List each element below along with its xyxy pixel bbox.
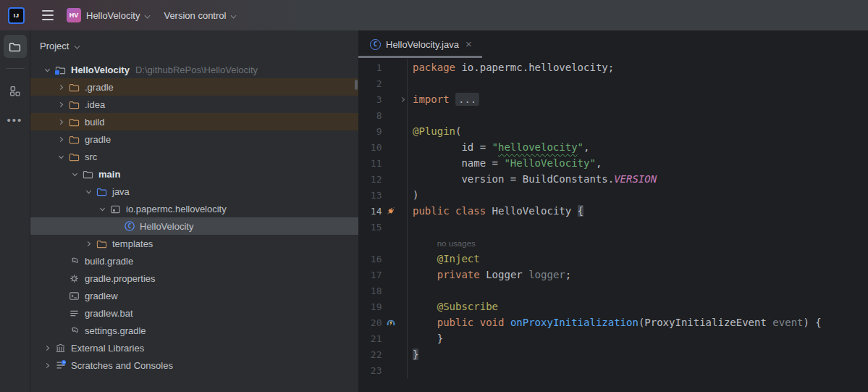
- code-line-20[interactable]: 20 public void onProxyInitialization(Pro…: [358, 314, 868, 330]
- chevron-collapsed-icon[interactable]: [41, 359, 54, 371]
- editor-gutter[interactable]: 1: [358, 59, 408, 75]
- fold-spacer: [398, 222, 407, 231]
- chevron-spacer: [54, 307, 68, 319]
- terminal-icon: [68, 290, 80, 301]
- editor-gutter[interactable]: 9: [358, 123, 408, 139]
- editor-gutter[interactable]: 21: [358, 330, 408, 346]
- code-line-19[interactable]: 19 @Subscribe: [358, 299, 868, 314]
- chevron-collapsed-icon[interactable]: [54, 116, 68, 128]
- tree-item-gradle[interactable]: .gradle: [30, 78, 358, 96]
- tree-item-io-papermc-hellovelocity[interactable]: io.papermc.hellovelocity: [30, 200, 358, 217]
- line-number: 18: [358, 285, 382, 296]
- editor-gutter[interactable]: 18: [358, 283, 408, 299]
- project-toolwindow-button[interactable]: [4, 35, 27, 58]
- vcs-widget[interactable]: Version control: [157, 7, 243, 25]
- fold-arrow-icon[interactable]: [398, 95, 407, 104]
- project-panel-title: Project: [40, 41, 69, 51]
- code-text: no usages: [408, 237, 476, 249]
- code-line-21[interactable]: 21 }: [358, 330, 868, 346]
- close-tab-icon[interactable]: ×: [464, 38, 473, 50]
- editor-gutter[interactable]: 11: [358, 155, 408, 171]
- chevron-spacer: [54, 325, 68, 336]
- tree-item-settings-gradle[interactable]: settings.gradle: [30, 322, 358, 339]
- tree-item-gradle[interactable]: gradle: [30, 130, 358, 148]
- editor-gutter[interactable]: 19: [358, 299, 408, 314]
- code-line-12[interactable]: 12 version = BuildConstants.VERSION: [358, 171, 868, 187]
- code-editor[interactable]: 1package io.papermc.hellovelocity;23impo…: [358, 58, 868, 392]
- editor-area: C HelloVelocity.java × 1package io.paper…: [358, 30, 868, 392]
- code-line-23[interactable]: 23: [358, 362, 868, 378]
- chevron-spacer: [54, 272, 68, 284]
- code-text: import ...: [408, 93, 479, 105]
- code-line-14[interactable]: 14public class HelloVelocity {: [358, 203, 868, 219]
- plugin-gutter-icon[interactable]: [384, 205, 399, 217]
- tree-item-java[interactable]: java: [30, 183, 358, 200]
- editor-gutter[interactable]: 3: [358, 91, 408, 107]
- chevron-collapsed-icon[interactable]: [54, 99, 68, 110]
- chevron-spacer: [54, 290, 68, 301]
- code-line-10[interactable]: 10 id = "hellovelocity",: [358, 139, 868, 155]
- code-line-2[interactable]: 2: [358, 75, 868, 91]
- code-line-13[interactable]: 13): [358, 187, 868, 203]
- chevron-collapsed-icon[interactable]: [82, 238, 96, 249]
- structure-toolwindow-button[interactable]: [4, 79, 27, 102]
- chevron-expanded-icon[interactable]: [41, 64, 54, 75]
- code-inlay-line[interactable]: no usages: [358, 235, 868, 251]
- editor-gutter[interactable]: 13: [358, 187, 408, 203]
- gutter-spacer: [384, 78, 399, 89]
- editor-gutter[interactable]: 22: [358, 346, 408, 362]
- editor-gutter[interactable]: 14: [358, 203, 408, 219]
- chevron-expanded-icon[interactable]: [82, 185, 96, 197]
- editor-gutter[interactable]: 23: [358, 362, 408, 378]
- code-line-18[interactable]: 18: [358, 283, 868, 299]
- listener-gutter-icon[interactable]: [384, 317, 399, 328]
- editor-gutter[interactable]: 15: [358, 219, 408, 235]
- tab-hellovelocity-java[interactable]: C HelloVelocity.java ×: [358, 30, 482, 58]
- editor-gutter[interactable]: 10: [358, 139, 408, 155]
- chevron-collapsed-icon[interactable]: [54, 133, 68, 145]
- tree-item-build[interactable]: build: [30, 113, 358, 130]
- tree-item-idea[interactable]: .idea: [30, 96, 358, 113]
- more-toolwindows-button[interactable]: •••: [4, 104, 27, 127]
- scrollbar-thumb[interactable]: [355, 80, 358, 90]
- code-line-3[interactable]: 3import ...: [358, 91, 868, 107]
- tree-item-external-libraries[interactable]: External Libraries: [30, 339, 358, 356]
- code-line-11[interactable]: 11 name = "HelloVelocity",: [358, 155, 868, 171]
- chevron-expanded-icon[interactable]: [96, 203, 109, 214]
- code-line-15[interactable]: 15: [358, 219, 868, 235]
- chevron-expanded-icon[interactable]: [68, 168, 82, 180]
- chevron-expanded-icon[interactable]: [54, 151, 68, 162]
- editor-gutter[interactable]: [358, 235, 408, 251]
- editor-gutter[interactable]: 20: [358, 314, 408, 330]
- project-widget[interactable]: HV HelloVelocity: [60, 4, 157, 26]
- code-line-8[interactable]: 8: [358, 107, 868, 123]
- editor-gutter[interactable]: 8: [358, 107, 408, 123]
- editor-gutter[interactable]: 2: [358, 75, 408, 91]
- tree-item-label: gradle.properties: [85, 273, 156, 284]
- main-menu-button[interactable]: [35, 4, 60, 26]
- chevron-collapsed-icon[interactable]: [54, 81, 68, 93]
- code-text: @Plugin(: [408, 125, 461, 137]
- tree-item-build-gradle[interactable]: build.gradle: [30, 252, 358, 270]
- code-line-17[interactable]: 17 private Logger logger;: [358, 267, 868, 283]
- line-number: 9: [358, 126, 382, 137]
- code-line-9[interactable]: 9@Plugin(: [358, 123, 868, 139]
- tree-item-hellovelocity[interactable]: HelloVelocityD:\githubRePos\HelloVelocit…: [30, 61, 358, 78]
- editor-gutter[interactable]: 12: [358, 171, 408, 187]
- editor-gutter[interactable]: 16: [358, 251, 408, 267]
- tree-item-main[interactable]: main: [30, 165, 358, 183]
- tree-item-hellovelocity[interactable]: CHelloVelocity: [30, 217, 358, 235]
- tree-item-gradlew[interactable]: gradlew: [30, 287, 358, 304]
- tree-item-gradle-properties[interactable]: gradle.properties: [30, 270, 358, 287]
- chevron-collapsed-icon[interactable]: [41, 342, 54, 354]
- tree-item-scratches-and-consoles[interactable]: Scratches and Consoles: [30, 356, 358, 374]
- tree-item-gradlew-bat[interactable]: gradlew.bat: [30, 304, 358, 322]
- editor-gutter[interactable]: 17: [358, 267, 408, 283]
- code-line-1[interactable]: 1package io.papermc.hellovelocity;: [358, 59, 868, 75]
- usages-inlay-hint[interactable]: no usages: [437, 239, 476, 248]
- code-line-22[interactable]: 22}: [358, 346, 868, 362]
- code-line-16[interactable]: 16 @Inject: [358, 251, 868, 267]
- tree-item-templates[interactable]: templates: [30, 235, 358, 252]
- tree-item-src[interactable]: src: [30, 148, 358, 165]
- project-panel-header[interactable]: Project: [30, 30, 358, 61]
